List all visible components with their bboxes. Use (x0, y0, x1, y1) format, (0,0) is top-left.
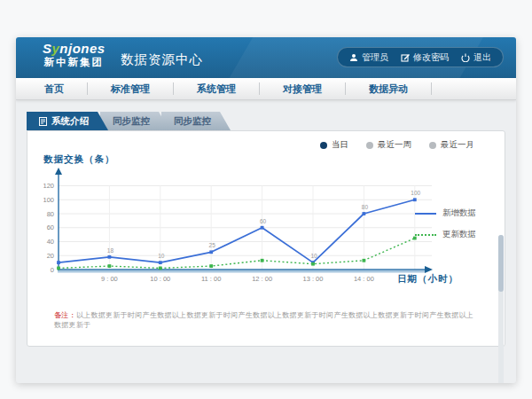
content-area: 系统介绍 同步监控 同步监控 当日 最近一周 (16, 100, 516, 383)
page-title: 数据资源中心 (121, 51, 203, 68)
vertical-scrollbar[interactable] (498, 235, 504, 383)
time-range-filters: 当日 最近一周 最近一月 (320, 139, 474, 151)
svg-text:14 : 00: 14 : 00 (354, 275, 374, 283)
svg-text:60: 60 (260, 218, 267, 224)
legend-label: 新增数据 (442, 207, 476, 219)
footnote: 备注：以上数据更新于时间产生数据以上数据更新于时间产生数据以上数据更新于时间产生… (54, 310, 478, 330)
tab-sync-monitor-1[interactable]: 同步监控 (100, 112, 169, 130)
radio-last-week[interactable]: 最近一周 (366, 139, 411, 151)
svg-text:13 : 00: 13 : 00 (303, 275, 324, 283)
tab-sync-monitor-2[interactable]: 同步监控 (161, 112, 231, 130)
footnote-text: 以上数据更新于时间产生数据以上数据更新于时间产生数据以上数据更新于时间产生数据以… (54, 311, 473, 329)
svg-text:100: 100 (411, 190, 420, 196)
svg-text:18: 18 (107, 247, 114, 254)
document-icon (39, 117, 47, 126)
admin-user-label: 管理员 (362, 51, 388, 64)
user-icon (349, 53, 358, 62)
nav-item-home[interactable]: 首页 (16, 82, 88, 95)
nav-item-integration-mgmt[interactable]: 对接管理 (260, 82, 346, 95)
radio-label: 当日 (332, 139, 348, 151)
legend-item-new-data: 新增数据 (415, 207, 476, 219)
legend-item-updated-data: 更新数据 (415, 229, 476, 240)
nav-item-standard-mgmt[interactable]: 标准管理 (88, 82, 174, 95)
svg-text:80: 80 (47, 210, 54, 218)
svg-text:100: 100 (43, 196, 54, 204)
radio-dot-icon (366, 142, 373, 149)
power-icon (461, 53, 470, 62)
main-nav: 首页 标准管理 系统管理 对接管理 数据异动 (16, 78, 516, 100)
svg-text:60: 60 (47, 223, 54, 231)
tab-bar: 系统介绍 同步监控 同步监控 (27, 112, 516, 130)
svg-text:40: 40 (47, 238, 54, 246)
edit-icon (401, 53, 410, 62)
tab-label: 同步监控 (113, 115, 150, 128)
blue-line-sample-icon (415, 213, 436, 215)
svg-text:25: 25 (209, 242, 216, 248)
company-logo: Synjones 新中新集团 (43, 42, 106, 67)
svg-text:80: 80 (362, 204, 369, 210)
y-axis-title: 数据交换（条） (43, 153, 115, 166)
svg-text:0: 0 (51, 266, 54, 274)
admin-user-button[interactable]: 管理员 (349, 51, 388, 64)
scrollbar-thumb[interactable] (498, 235, 504, 292)
chart-legend: 新增数据 更新数据 (415, 207, 476, 240)
svg-text:10: 10 (158, 253, 165, 259)
radio-label: 最近一月 (441, 139, 474, 151)
user-menu: 管理员 修改密码 退出 (337, 47, 504, 67)
change-password-button[interactable]: 修改密码 (401, 51, 449, 64)
svg-text:20: 20 (47, 252, 54, 260)
nav-item-system-mgmt[interactable]: 系统管理 (174, 82, 260, 95)
header: Synjones 新中新集团 数据资源中心 管理员 修改密码 退出 (16, 37, 516, 78)
svg-text:日期（小时）: 日期（小时） (397, 273, 458, 285)
legend-label: 更新数据 (442, 229, 476, 240)
svg-text:120: 120 (43, 182, 54, 190)
radio-last-month[interactable]: 最近一月 (429, 139, 474, 151)
svg-text:10: 10 (310, 253, 317, 259)
change-password-label: 修改密码 (413, 51, 449, 64)
logo-primary-text: Synjones (43, 42, 106, 57)
logout-button[interactable]: 退出 (461, 51, 491, 64)
svg-text:12 : 00: 12 : 00 (252, 275, 272, 283)
logout-label: 退出 (473, 51, 491, 64)
tab-label: 系统介绍 (51, 115, 89, 128)
app-window: Synjones 新中新集团 数据资源中心 管理员 修改密码 退出 首页 标准管… (16, 37, 516, 383)
radio-label: 最近一周 (378, 139, 411, 151)
svg-text:10 : 00: 10 : 00 (150, 275, 170, 283)
radio-today[interactable]: 当日 (320, 139, 348, 151)
nav-item-data-change[interactable]: 数据异动 (346, 82, 432, 95)
chart-panel: 当日 最近一周 最近一月 数据交换（条） 0204060801001209 : … (27, 130, 505, 347)
green-dotted-sample-icon (415, 234, 436, 236)
radio-dot-icon (320, 142, 327, 149)
footnote-prefix: 备注： (54, 311, 76, 319)
tab-label: 同步监控 (174, 115, 211, 128)
tab-system-intro[interactable]: 系统介绍 (27, 112, 108, 130)
radio-dot-icon (429, 142, 436, 149)
svg-text:9 : 00: 9 : 00 (101, 275, 118, 283)
logo-secondary-text: 新中新集团 (43, 57, 106, 68)
svg-text:11 : 00: 11 : 00 (201, 275, 221, 283)
